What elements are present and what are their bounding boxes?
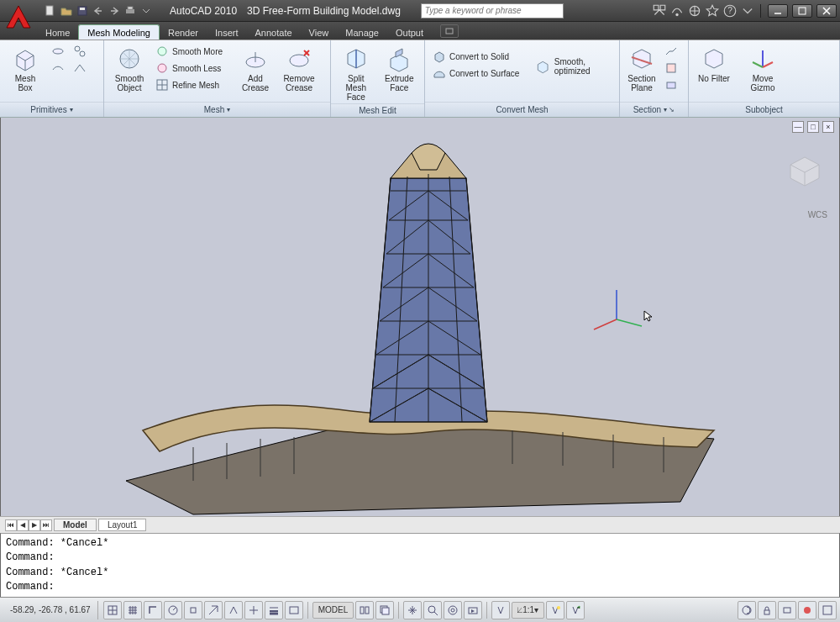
extrude-face-button[interactable]: Extrude Face (380, 44, 420, 94)
live-section-button[interactable] (662, 61, 680, 76)
panel-subobject: No Filter Move Gizmo Subobject (689, 40, 840, 117)
smooth-less-button[interactable]: Smooth Less (153, 61, 232, 76)
qp-toggle[interactable] (285, 601, 303, 619)
quickview-layouts-button[interactable] (355, 601, 374, 619)
tab-last-icon[interactable]: ⏭ (40, 519, 52, 531)
infocenter-search[interactable] (421, 3, 564, 18)
annotation-visibility-button[interactable] (546, 601, 564, 619)
subscription-icon[interactable] (669, 3, 685, 18)
section-block-button[interactable] (662, 77, 680, 92)
primitive-edge-button[interactable] (71, 61, 89, 76)
pan-button[interactable] (403, 601, 422, 619)
model-space-badge[interactable]: MODEL (312, 602, 354, 619)
vp-minimize-icon[interactable]: — (792, 121, 804, 133)
tab-view[interactable]: View (301, 25, 338, 40)
ducs-toggle[interactable] (224, 601, 243, 619)
tab-annotate[interactable]: Annotate (247, 25, 301, 40)
tab-insert[interactable]: Insert (207, 25, 247, 40)
snap-toggle[interactable] (103, 601, 122, 619)
command-window[interactable]: Command: *Cancel* Command: Command: *Can… (0, 533, 840, 597)
layout-tab-layout1[interactable]: Layout1 (98, 519, 147, 531)
panel-section-title[interactable]: Section▾ ↘ (620, 102, 688, 117)
qat-dropdown-icon[interactable] (139, 4, 153, 18)
primitive-ruled-button[interactable] (71, 44, 89, 59)
no-filter-label: No Filter (698, 74, 730, 83)
layout-tab-model[interactable]: Model (54, 519, 97, 531)
close-button[interactable] (816, 4, 837, 18)
no-filter-button[interactable]: No Filter (694, 44, 734, 85)
tab-manage[interactable]: Manage (337, 25, 387, 40)
tab-home[interactable]: Home (37, 25, 78, 40)
smooth-less-icon (155, 61, 169, 75)
mesh-box-icon (12, 45, 39, 72)
annotation-scale-value[interactable]: ⟀ 1:1 ▾ (512, 602, 544, 619)
tab-output[interactable]: Output (387, 25, 432, 40)
isolate-objects-button[interactable] (798, 601, 816, 619)
redo-icon[interactable] (108, 4, 121, 18)
smooth-optimized-button[interactable]: Smooth, optimized (533, 44, 614, 77)
open-icon[interactable] (60, 4, 73, 18)
undo-icon[interactable] (92, 4, 105, 18)
remove-crease-button[interactable]: Remove Crease (279, 44, 319, 94)
refine-mesh-button[interactable]: Refine Mesh (153, 77, 232, 92)
smooth-object-button[interactable]: Smooth Object (109, 44, 150, 94)
primitive-surface-button[interactable] (49, 61, 67, 76)
viewcube[interactable] (782, 151, 827, 187)
grid-toggle[interactable] (123, 601, 142, 619)
toolbar-lock-button[interactable] (758, 601, 776, 619)
panel-mesh-title[interactable]: Mesh▾ (104, 102, 330, 117)
convert-to-solid-button[interactable]: Convert to Solid (430, 49, 530, 64)
search-input[interactable] (425, 6, 559, 15)
polar-toggle[interactable] (164, 601, 182, 619)
smooth-more-button[interactable]: Smooth More (153, 44, 232, 59)
vp-maximize-icon[interactable]: □ (807, 121, 819, 133)
help-icon[interactable]: ? (722, 3, 738, 18)
favorites-icon[interactable] (705, 3, 720, 18)
infocenter-tools: ? (652, 3, 840, 18)
showmotion-button[interactable] (464, 601, 482, 619)
tab-prev-icon[interactable]: ◀ (17, 519, 29, 531)
tab-overflow-button[interactable] (440, 24, 459, 38)
drawing-viewport[interactable]: — □ × WCS (0, 118, 840, 516)
minimize-button[interactable] (768, 4, 788, 18)
otrack-toggle[interactable] (204, 601, 223, 619)
hardware-accel-button[interactable] (778, 601, 796, 619)
panel-primitives-title[interactable]: Primitives▾ (0, 102, 103, 117)
search-icon[interactable] (652, 3, 667, 18)
annotation-scale-icon[interactable] (491, 601, 510, 619)
add-crease-button[interactable]: Add Crease (235, 44, 276, 94)
move-gizmo-button[interactable]: Move Gizmo (738, 44, 788, 94)
convert-to-surface-button[interactable]: Convert to Surface (430, 66, 530, 81)
quickview-drawings-button[interactable] (375, 601, 394, 619)
tab-render[interactable]: Render (160, 25, 207, 40)
maximize-button[interactable] (792, 4, 812, 18)
command-input-line[interactable]: Command: (6, 580, 834, 594)
split-mesh-face-button[interactable]: Split Mesh Face (336, 44, 376, 103)
mesh-box-button[interactable]: Mesh Box (5, 44, 45, 94)
section-jog-button[interactable] (662, 44, 680, 59)
workspace-switching-button[interactable] (738, 601, 756, 619)
tab-mesh-modeling[interactable]: Mesh Modeling (78, 24, 160, 40)
app-menu-button[interactable] (3, 3, 34, 33)
ortho-toggle[interactable] (144, 601, 162, 619)
tab-first-icon[interactable]: ⏮ (5, 519, 17, 531)
clean-screen-button[interactable] (818, 601, 837, 619)
vp-close-icon[interactable]: × (822, 121, 834, 133)
annotation-autoscale-button[interactable] (566, 601, 585, 619)
communication-icon[interactable] (687, 3, 702, 18)
dyn-toggle[interactable] (244, 601, 263, 619)
section-plane-button[interactable]: Section Plane (625, 44, 659, 94)
print-icon[interactable] (123, 4, 137, 18)
help-dropdown-icon[interactable] (740, 3, 755, 18)
viewport-controls: — □ × (792, 121, 834, 133)
osnap-toggle[interactable] (184, 601, 202, 619)
steering-wheel-button[interactable] (444, 601, 462, 619)
lineweight-toggle[interactable] (265, 601, 283, 619)
save-icon[interactable] (76, 4, 89, 18)
new-icon[interactable] (44, 4, 57, 18)
smooth-more-icon (155, 45, 169, 58)
primitive-revolved-button[interactable] (49, 44, 67, 59)
svg-rect-63 (382, 608, 389, 614)
zoom-button[interactable] (423, 601, 442, 619)
tab-next-icon[interactable]: ▶ (29, 519, 40, 531)
